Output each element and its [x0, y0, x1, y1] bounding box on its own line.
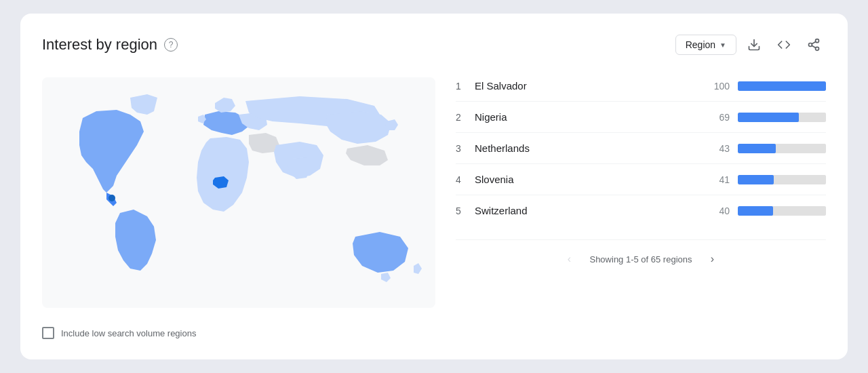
- chevron-down-icon: ▼: [719, 41, 726, 49]
- country-name: Nigeria: [475, 111, 700, 123]
- table-row[interactable]: 3 Netherlands 43: [456, 133, 826, 164]
- table-row[interactable]: 2 Nigeria 69: [456, 102, 826, 133]
- header-right: Region ▼: [675, 33, 826, 57]
- rank-number: 3: [456, 143, 475, 154]
- help-icon[interactable]: ?: [164, 38, 178, 52]
- share-icon: [807, 38, 821, 52]
- score-value: 43: [700, 143, 730, 154]
- svg-line-4: [812, 45, 816, 47]
- embed-icon: [777, 38, 791, 52]
- bar-fill: [738, 144, 776, 153]
- bar-fill: [738, 113, 799, 122]
- country-name: Slovenia: [475, 174, 700, 185]
- download-button[interactable]: [742, 33, 766, 57]
- map-section: Include low search volume regions: [42, 71, 435, 339]
- rank-number: 2: [456, 112, 475, 123]
- prev-page-button[interactable]: ‹: [559, 250, 578, 269]
- page-title: Interest by region: [42, 36, 157, 54]
- map-svg: [42, 71, 435, 315]
- bar-fill: [738, 81, 826, 91]
- checkbox-row: Include low search volume regions: [42, 327, 435, 339]
- rank-number: 1: [456, 81, 475, 92]
- header-left: Interest by region ?: [42, 36, 178, 54]
- bar-fill: [738, 175, 774, 184]
- embed-button[interactable]: [772, 33, 796, 57]
- region-dropdown-label: Region: [686, 39, 715, 50]
- table-row[interactable]: 5 Switzerland 40: [456, 195, 826, 226]
- table-row[interactable]: 4 Slovenia 41: [456, 164, 826, 195]
- score-value: 69: [700, 112, 730, 123]
- share-button[interactable]: [802, 33, 826, 57]
- region-dropdown[interactable]: Region ▼: [675, 35, 736, 55]
- country-name: Netherlands: [475, 142, 700, 154]
- bar-fill: [738, 206, 773, 216]
- low-volume-checkbox[interactable]: [42, 327, 54, 339]
- bar-container: [738, 113, 826, 122]
- bar-container: [738, 81, 826, 91]
- bar-container: [738, 206, 826, 216]
- rank-number: 5: [456, 205, 475, 216]
- country-name: Switzerland: [475, 205, 700, 216]
- country-name: El Salvador: [475, 80, 700, 92]
- score-value: 100: [700, 81, 730, 92]
- pagination: ‹ Showing 1-5 of 65 regions ›: [456, 239, 826, 269]
- next-page-button[interactable]: ›: [703, 250, 722, 269]
- pagination-text: Showing 1-5 of 65 regions: [589, 254, 692, 264]
- main-card: Interest by region ? Region ▼: [20, 14, 848, 359]
- content-area: Include low search volume regions 1 El S…: [42, 71, 826, 339]
- bar-container: [738, 175, 826, 184]
- table-row[interactable]: 1 El Salvador 100: [456, 71, 826, 102]
- checkbox-label: Include low search volume regions: [61, 328, 196, 338]
- table-section: 1 El Salvador 100 2 Nigeria 69 3 Netherl…: [449, 71, 826, 339]
- rank-number: 4: [456, 174, 475, 185]
- bar-container: [738, 144, 826, 153]
- card-header: Interest by region ? Region ▼: [42, 33, 826, 57]
- svg-line-5: [812, 41, 816, 43]
- score-value: 40: [700, 205, 730, 216]
- regions-table: 1 El Salvador 100 2 Nigeria 69 3 Netherl…: [456, 71, 826, 226]
- score-value: 41: [700, 174, 730, 185]
- svg-point-7: [108, 195, 115, 201]
- world-map: [42, 71, 435, 315]
- download-icon: [747, 38, 761, 52]
